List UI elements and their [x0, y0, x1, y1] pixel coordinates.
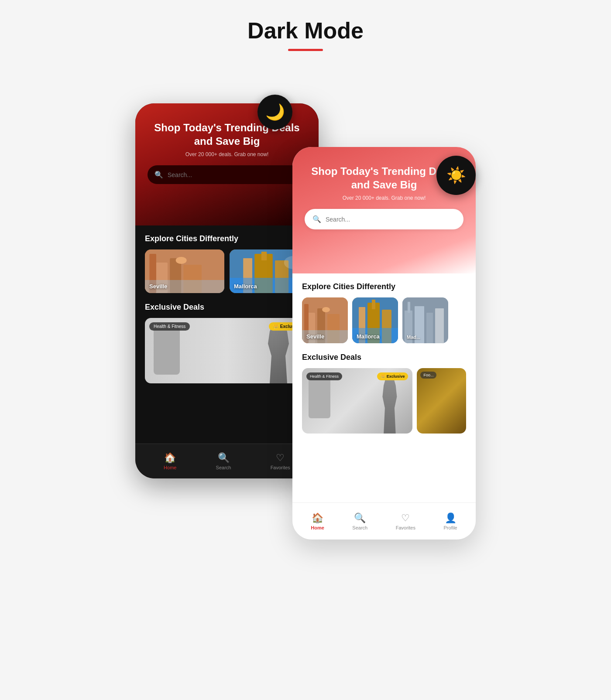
dark-search-bar[interactable]: 🔍: [148, 165, 306, 184]
city-label-seville-dark: Seville: [149, 283, 167, 290]
search-icon-nav-light: 🔍: [354, 512, 366, 524]
light-search-input[interactable]: [326, 216, 456, 223]
svg-rect-30: [426, 313, 433, 343]
nav-search-light[interactable]: 🔍 Search: [352, 512, 367, 530]
city-label-seville-light: Seville: [306, 333, 324, 340]
light-deal-inner: Health & Fitness 👑 Exclusive: [302, 368, 412, 434]
health-badge-light: Health & Fitness: [306, 372, 342, 380]
dark-cities-title: Explore Cities Differently: [145, 234, 309, 243]
light-cities-title: Explore Cities Differently: [302, 282, 466, 291]
nav-search-dark[interactable]: 🔍 Search: [216, 452, 231, 470]
page-title: Dark Mode: [247, 17, 364, 44]
svg-rect-24: [372, 300, 375, 309]
moon-badge: 🌙: [257, 95, 292, 130]
svg-rect-31: [435, 308, 444, 343]
dark-phone-body: Explore Cities Differently Seville: [135, 225, 319, 444]
city-card-madrid-light[interactable]: Mad...: [402, 297, 448, 343]
nav-home-label-light: Home: [311, 525, 324, 530]
nav-home-label-dark: Home: [164, 465, 176, 470]
exclusive-label-light: Exclusive: [387, 374, 405, 379]
nav-search-label-light: Search: [352, 525, 367, 530]
light-phone: Shop Today's Trending Deals and Save Big…: [292, 147, 476, 540]
nav-profile-light[interactable]: 👤 Profile: [444, 512, 457, 530]
person-silhouette: [261, 322, 296, 383]
search-icon: 🔍: [154, 171, 163, 179]
crown-icon-light: 👑: [381, 374, 385, 379]
city-card-seville-dark[interactable]: Seville: [145, 249, 224, 293]
city-label-mallorca-light: Mallorca: [357, 333, 380, 340]
nav-favorites-label-dark: Favorites: [271, 465, 290, 470]
profile-icon-light: 👤: [445, 512, 457, 524]
favorites-icon-light: ♡: [401, 512, 410, 524]
light-bottom-nav: 🏠 Home 🔍 Search ♡ Favorites 👤 Profile: [292, 502, 476, 540]
dark-deals-title: Exclusive Deals: [145, 303, 309, 312]
dark-phone: Shop Today's Trending Deals and Save Big…: [135, 103, 319, 478]
health-badge-dark: Health & Fitness: [149, 322, 190, 331]
favorites-icon-dark: ♡: [276, 452, 285, 464]
home-icon-light: 🏠: [312, 512, 323, 524]
nav-profile-label-light: Profile: [444, 525, 457, 530]
light-deals-row: Health & Fitness 👑 Exclusive Foo...: [302, 368, 466, 434]
dark-deal-card[interactable]: Health & Fitness 👑 Exclusive: [145, 318, 309, 383]
nav-favorites-dark[interactable]: ♡ Favorites: [271, 452, 290, 470]
nav-favorites-label-light: Favorites: [396, 525, 415, 530]
city-card-mallorca-light[interactable]: Mallorca: [352, 297, 398, 343]
person-silhouette-light: [378, 377, 402, 434]
sun-badge: ☀️: [436, 156, 476, 195]
dark-deal-inner: Health & Fitness 👑 Exclusive: [145, 318, 309, 383]
search-icon-dark: 🔍: [218, 452, 230, 464]
phones-container: 🌙 ☀️ Shop Today's Trending Deals and Sav…: [135, 77, 476, 557]
svg-rect-10: [261, 252, 267, 260]
home-icon-dark: 🏠: [164, 452, 176, 464]
city-label-madrid-light: Mad...: [407, 335, 420, 340]
light-hero-sub: Over 20 000+ deals. Grab one now!: [305, 195, 463, 201]
light-search-bar[interactable]: 🔍: [305, 209, 463, 229]
city-card-seville-light[interactable]: Seville: [302, 297, 348, 343]
nav-favorites-light[interactable]: ♡ Favorites: [396, 512, 415, 530]
city-label-mallorca-dark: Mallorca: [234, 283, 257, 290]
light-deal-card-food[interactable]: Foo...: [417, 368, 466, 434]
nav-home-light[interactable]: 🏠 Home: [311, 512, 324, 530]
svg-point-5: [176, 257, 187, 264]
nav-search-label-dark: Search: [216, 465, 231, 470]
dark-bottom-nav: 🏠 Home 🔍 Search ♡ Favorites: [135, 444, 319, 478]
crown-icon: 👑: [273, 324, 278, 329]
title-underline: [288, 49, 323, 51]
svg-rect-32: [408, 302, 410, 313]
light-deal-card-fitness[interactable]: Health & Fitness 👑 Exclusive: [302, 368, 412, 434]
exclusive-badge-light: 👑 Exclusive: [377, 372, 408, 380]
dark-search-input[interactable]: [168, 171, 299, 178]
food-badge-light: Foo...: [420, 372, 436, 379]
light-deals-title: Exclusive Deals: [302, 353, 466, 362]
search-icon-light: 🔍: [312, 215, 321, 223]
gym-machine-light: [309, 375, 330, 418]
light-cities-row: Seville Mallorca: [302, 297, 466, 343]
dark-hero-sub: Over 20 000+ deals. Grab one now!: [148, 151, 306, 157]
dark-cities-row: Seville Mallorca: [145, 249, 309, 293]
light-phone-body: Explore Cities Differently Seville: [292, 273, 476, 500]
nav-home-dark[interactable]: 🏠 Home: [164, 452, 176, 470]
svg-point-19: [322, 307, 330, 312]
gym-machine: [154, 327, 180, 375]
dark-phone-header: Shop Today's Trending Deals and Save Big…: [135, 103, 319, 225]
